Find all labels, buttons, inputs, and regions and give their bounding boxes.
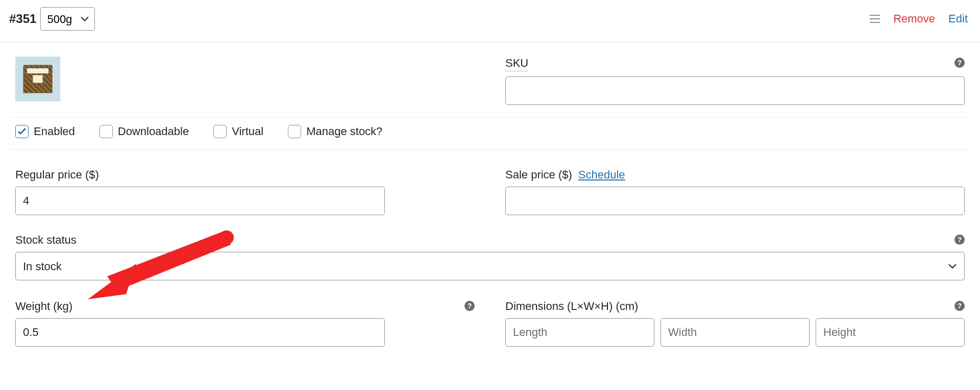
weight-label: Weight (kg): [15, 300, 475, 313]
variation-header: #351 500g Remove Edit: [0, 0, 980, 42]
variation-flags: Enabled Downloadable Virtual Manage stoc…: [9, 118, 971, 150]
drag-handle-icon[interactable]: [870, 15, 880, 23]
help-icon[interactable]: ?: [954, 235, 965, 245]
downloadable-checkbox[interactable]: Downloadable: [100, 125, 189, 138]
enabled-checkbox[interactable]: Enabled: [15, 125, 75, 138]
help-icon[interactable]: ?: [954, 58, 965, 68]
width-input[interactable]: [660, 318, 810, 347]
weight-input[interactable]: [15, 318, 385, 347]
help-icon[interactable]: ?: [464, 301, 475, 311]
manage-stock-checkbox[interactable]: Manage stock?: [288, 125, 382, 138]
enabled-label: Enabled: [34, 125, 75, 138]
regular-price-label: Regular price ($): [15, 168, 475, 181]
edit-link[interactable]: Edit: [948, 12, 968, 25]
length-input[interactable]: [505, 318, 654, 347]
attribute-select[interactable]: 500g: [40, 7, 95, 31]
remove-link[interactable]: Remove: [893, 12, 935, 25]
downloadable-label: Downloadable: [118, 125, 189, 138]
sale-price-label-wrap: Sale price ($) Schedule: [505, 168, 965, 181]
sku-label: SKU: [505, 57, 965, 71]
variation-image[interactable]: [15, 57, 60, 101]
help-icon[interactable]: ?: [954, 301, 965, 311]
schedule-link[interactable]: Schedule: [578, 168, 625, 181]
sale-price-input[interactable]: [505, 187, 965, 215]
sku-input[interactable]: [505, 76, 965, 105]
sale-price-label: Sale price ($): [505, 168, 572, 181]
regular-price-input[interactable]: [15, 187, 385, 215]
height-input[interactable]: [816, 318, 965, 347]
svg-point-2: [219, 230, 234, 245]
manage-stock-label: Manage stock?: [306, 125, 382, 138]
image-sku-row: SKU ?: [9, 42, 971, 118]
price-row: Regular price ($) Sale price ($) Schedul…: [9, 150, 971, 221]
annotation-arrow-icon: [88, 230, 236, 312]
dimensions-label: Dimensions (L×W×H) (cm): [505, 300, 965, 313]
product-thumbnail-graphic: [23, 65, 53, 93]
virtual-checkbox[interactable]: Virtual: [213, 125, 263, 138]
svg-marker-1: [107, 230, 231, 291]
variation-id: #351: [9, 12, 36, 26]
virtual-label: Virtual: [232, 125, 263, 138]
